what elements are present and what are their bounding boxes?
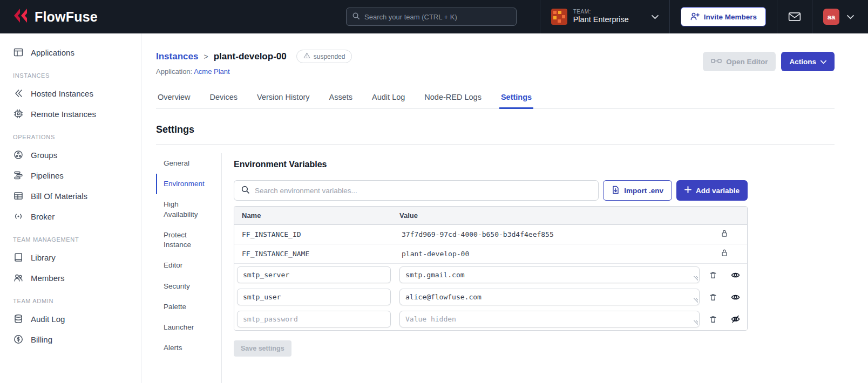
instance-name: plant-develop-00 — [214, 51, 287, 62]
sidebar-item-label: Applications — [31, 48, 74, 57]
sidebar-item-pipelines[interactable]: Pipelines — [0, 165, 141, 186]
chevron-down-icon — [652, 12, 659, 22]
settings-nav-environment[interactable]: Environment — [156, 174, 217, 194]
delete-variable-icon[interactable] — [708, 314, 718, 325]
row-actions — [702, 270, 747, 281]
plus-icon — [684, 186, 691, 195]
sidebar: Applications INSTANCES Hosted Instances … — [0, 33, 141, 383]
environment-toolbar: Import .env Add variable — [234, 180, 748, 201]
status-badge: suspended — [296, 50, 352, 63]
sidebar-item-label: Members — [31, 273, 65, 283]
sidebar-item-label: Remote Instances — [31, 110, 96, 119]
row-actions — [702, 249, 747, 259]
import-icon — [612, 186, 620, 196]
settings-nav-launcher[interactable]: Launcher — [156, 317, 217, 338]
sidebar-item-hosted-instances[interactable]: Hosted Instances — [0, 83, 141, 104]
save-settings-button[interactable]: Save settings — [234, 340, 291, 357]
mail-icon[interactable] — [788, 11, 801, 22]
settings-nav-palette[interactable]: Palette — [156, 297, 217, 317]
env-name-input[interactable] — [237, 289, 391, 305]
sidebar-item-label: Library — [31, 253, 56, 262]
settings-title: Settings — [156, 124, 835, 135]
tab-version-history[interactable]: Version History — [255, 87, 311, 109]
team-label: TEAM: — [573, 9, 629, 15]
import-env-button[interactable]: Import .env — [603, 180, 672, 201]
user-menu[interactable]: aa — [812, 0, 868, 33]
open-editor-button[interactable]: Open Editor — [703, 52, 776, 71]
brand[interactable]: FlowFuse — [0, 8, 98, 26]
tab-node-red-logs[interactable]: Node-RED Logs — [423, 87, 483, 109]
application-label: Application: — [156, 67, 192, 76]
global-search-input[interactable] — [364, 13, 511, 21]
chevron-down-icon — [847, 12, 854, 22]
actions-button[interactable]: Actions — [781, 52, 835, 71]
breadcrumb-instances-link[interactable]: Instances — [156, 51, 198, 62]
person-plus-icon — [690, 12, 700, 22]
sidebar-item-audit-log[interactable]: Audit Log — [0, 309, 141, 329]
environment-heading: Environment Variables — [234, 160, 748, 169]
tab-overview[interactable]: Overview — [156, 87, 192, 109]
divider — [156, 144, 835, 145]
sidebar-item-remote-instances[interactable]: Remote Instances — [0, 104, 141, 124]
sidebar-item-label: Audit Log — [31, 314, 65, 324]
env-value-input[interactable] — [399, 289, 700, 305]
settings-nav-protect-instance[interactable]: Protect Instance — [156, 225, 217, 255]
search-icon — [241, 185, 250, 196]
eye-icon[interactable] — [730, 292, 741, 302]
pipelines-icon — [13, 170, 24, 181]
actions-column-header — [702, 207, 747, 224]
env-search[interactable] — [234, 180, 599, 201]
invite-members-label: Invite Members — [704, 13, 757, 21]
env-name-input[interactable] — [237, 311, 391, 327]
env-value-input[interactable] — [399, 266, 700, 283]
delete-variable-icon[interactable] — [708, 270, 718, 281]
billing-icon — [13, 334, 24, 345]
settings-nav-editor[interactable]: Editor — [156, 255, 217, 276]
sidebar-section-label: TEAM MANAGEMENT — [0, 227, 141, 247]
global-search[interactable] — [346, 8, 517, 26]
application-link[interactable]: Acme Plant — [194, 67, 229, 76]
settings-nav-general[interactable]: General — [156, 153, 217, 174]
env-variables-table: Name Value FF_INSTANCE_ID 37f7d969-97cd-… — [234, 206, 748, 331]
env-value-cell — [394, 311, 702, 327]
search-icon — [352, 12, 360, 22]
tab-assets[interactable]: Assets — [328, 87, 355, 109]
notifications-section — [777, 0, 812, 33]
env-value-input[interactable] — [399, 311, 700, 327]
sidebar-item-members[interactable]: Members — [0, 268, 141, 288]
sidebar-item-billing[interactable]: Billing — [0, 329, 141, 350]
sidebar-item-applications[interactable]: Applications — [0, 42, 141, 63]
tab-settings[interactable]: Settings — [499, 87, 533, 109]
settings-nav-alerts[interactable]: Alerts — [156, 338, 217, 358]
env-name-cell — [234, 266, 394, 283]
breadcrumb: Instances > plant-develop-00 suspended — [156, 50, 352, 63]
sidebar-item-bill-of-materials[interactable]: Bill Of Materials — [0, 186, 141, 206]
team-meta: TEAM: Plant Enterprise — [573, 9, 629, 24]
eye-icon[interactable] — [730, 270, 741, 280]
open-editor-label: Open Editor — [726, 58, 768, 66]
add-variable-button[interactable]: Add variable — [676, 180, 748, 201]
env-name-input[interactable] — [237, 266, 391, 283]
env-name-cell — [234, 289, 394, 305]
status-badge-label: suspended — [314, 53, 345, 60]
delete-variable-icon[interactable] — [708, 292, 718, 303]
settings-body: General Environment High Availability Pr… — [156, 153, 835, 383]
eye-off-icon[interactable] — [730, 314, 741, 324]
tab-audit-log[interactable]: Audit Log — [370, 87, 406, 109]
table-row — [234, 286, 747, 308]
tab-devices[interactable]: Devices — [208, 87, 239, 109]
applications-icon — [13, 47, 24, 58]
invite-members-button[interactable]: Invite Members — [681, 7, 766, 26]
team-selector[interactable]: TEAM: Plant Enterprise — [540, 0, 669, 33]
top-navbar: FlowFuse — [0, 0, 868, 33]
sidebar-item-library[interactable]: Library — [0, 247, 141, 268]
sidebar-item-broker[interactable]: Broker — [0, 206, 141, 227]
env-name-cell — [234, 311, 394, 327]
settings-nav-security[interactable]: Security — [156, 276, 217, 297]
sidebar-section-label: TEAM ADMIN — [0, 288, 141, 309]
settings-nav-high-availability[interactable]: High Availability — [156, 194, 217, 224]
user-avatar[interactable]: aa — [823, 9, 839, 25]
env-value-cell — [394, 289, 702, 305]
sidebar-item-groups[interactable]: Groups — [0, 145, 141, 165]
env-search-input[interactable] — [255, 187, 592, 195]
